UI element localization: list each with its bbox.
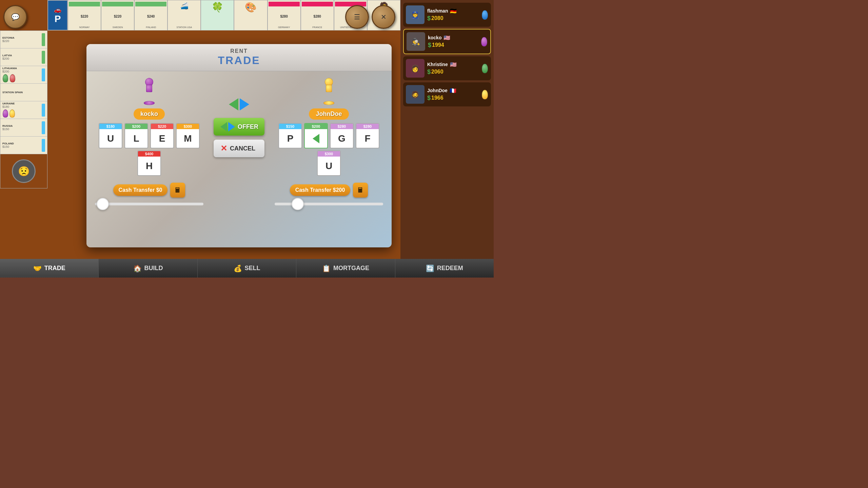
nav-trade[interactable]: 🤝 TRADE: [0, 259, 99, 278]
chat-icon: 💬: [11, 13, 20, 21]
left-slider-thumb[interactable]: [97, 198, 109, 210]
prop-price-f: $280: [356, 124, 379, 129]
prop-tile-e[interactable]: $220 E: [150, 123, 174, 148]
player-card-khristine[interactable]: 👩 Khristine 🇺🇸 $ 2060: [403, 56, 491, 80]
prop-tile-g[interactable]: $280 G: [330, 123, 354, 148]
left-slider-container: [93, 203, 205, 205]
prop-letter-arrow: [313, 129, 319, 148]
build-label: BUILD: [144, 265, 163, 272]
prop-price-p: $150: [279, 124, 301, 129]
station-icon: 🚄: [180, 2, 189, 10]
prop-name: SWEDEN: [113, 26, 123, 29]
left-cash-transfer: Cash Transfer $0 🖩: [113, 183, 185, 198]
left-cash-amount: $0: [156, 187, 162, 193]
prop-tile-h[interactable]: $400 H: [137, 150, 161, 176]
left-cell-latvia: LATVIA $200: [0, 48, 47, 66]
nav-mortgage[interactable]: 📋 MORTGAGE: [296, 259, 395, 278]
player-info-flashman: flashman 🇩🇪 $ 2080: [427, 8, 479, 22]
prop-price-h: $400: [138, 151, 160, 157]
right-pawn-base: [323, 101, 334, 105]
prop-tile-p[interactable]: $150 P: [278, 123, 302, 148]
piece-johndoe: [482, 90, 488, 99]
money-flashman: $ 2080: [427, 15, 479, 22]
avatar-kocko: 🕵️: [407, 32, 425, 51]
top-right-buttons: ☰ ✕: [345, 5, 395, 29]
parking-cell: 🚗 P: [47, 0, 68, 30]
modal-body: kocko $180 U $200 L $220 E $300 M: [86, 71, 392, 244]
prop-letter-u: U: [107, 129, 114, 148]
prop-letter-f: F: [364, 129, 370, 148]
prop-tile-arrow[interactable]: $200: [304, 123, 328, 148]
prop-tile-f[interactable]: $280 F: [356, 123, 379, 148]
menu-button[interactable]: ☰: [345, 5, 369, 29]
trade-icon: 🤝: [33, 264, 42, 272]
cancel-label: CANCEL: [230, 145, 255, 152]
prop-price-l: $200: [125, 124, 147, 129]
left-board-strip: ESTONIA $220 LATVIA $200 LITHUANIA $200: [0, 30, 47, 188]
prop-price-e: $220: [151, 124, 173, 129]
left-property-tiles: $180 U $200 L $220 E $300 M $400: [98, 123, 200, 176]
piece-kocko: [481, 37, 487, 46]
prop-letter-m: M: [184, 129, 192, 148]
prop-france: $280 FRANCE: [301, 0, 334, 30]
offer-arrow-right: [228, 122, 235, 131]
left-cash-btn[interactable]: Cash Transfer $0: [113, 184, 168, 196]
prop-color-bar: [69, 2, 100, 6]
name-khristine: Khristine: [427, 62, 448, 67]
sell-label: SELL: [245, 265, 260, 272]
prop-sweden: $220 SWEDEN: [101, 0, 134, 30]
money-kocko: $ 1994: [428, 42, 478, 49]
right-cash-btn[interactable]: Cash Transfer $200: [290, 184, 351, 196]
flag-khristine: 🇺🇸: [450, 61, 457, 68]
arrow-right-icon: [240, 98, 249, 110]
color-stripe: [42, 104, 45, 117]
right-player-section: JohnDoe $150 P $200 $280 G: [273, 78, 385, 237]
player-card-flashman[interactable]: 👮 flashman 🇩🇪 $ 2080: [403, 3, 491, 27]
prop-clover: 🍀: [201, 0, 234, 30]
prop-color-bar: [102, 2, 133, 6]
prop-price: $220: [114, 15, 121, 18]
nav-build[interactable]: 🏠 BUILD: [99, 259, 197, 278]
left-cell-station-spain: STATION SPAIN: [0, 84, 47, 101]
prop-letter-e: E: [159, 129, 165, 148]
left-calc-btn[interactable]: 🖩: [170, 183, 185, 198]
nav-sell[interactable]: 💰 SELL: [198, 259, 296, 278]
prop-tile-m[interactable]: $300 M: [176, 123, 200, 148]
right-slider-track[interactable]: [275, 203, 383, 205]
prop-name: NORWAY: [79, 26, 90, 29]
build-icon: 🏠: [133, 264, 142, 272]
prop-finland: $240 FINLAND: [134, 0, 167, 30]
middle-section: OFFER ✕ CANCEL: [212, 78, 266, 237]
prop-price-u: $180: [99, 124, 122, 129]
cancel-x-icon: ✕: [220, 144, 227, 153]
money-johndoe: $ 1966: [427, 95, 479, 102]
prop-tile-u2[interactable]: $300 U: [317, 150, 341, 176]
parking-p-icon: P: [55, 14, 61, 24]
top-left-buttons: 💬: [3, 5, 27, 29]
pawn-base: [144, 101, 155, 105]
right-slider-thumb[interactable]: [292, 198, 304, 210]
right-calc-btn[interactable]: 🖩: [353, 183, 368, 198]
prop-tile-u[interactable]: $180 U: [99, 123, 122, 148]
trade-modal: RENT TRADE kocko $180 U $200: [86, 44, 392, 247]
player-card-kocko[interactable]: 🕵️ kocko 🇺🇸 $ 1994: [403, 29, 491, 54]
player-card-johndoe[interactable]: 🧔 JohnDoe 🇫🇷 $ 1966: [403, 82, 491, 106]
offer-button[interactable]: OFFER: [214, 118, 264, 136]
close-button[interactable]: ✕: [372, 5, 395, 29]
left-cash-label: Cash Transfer: [119, 187, 156, 193]
offer-arrows: [220, 122, 235, 131]
prop-price: $280: [314, 15, 321, 18]
pawn-body: [146, 85, 152, 92]
prop-tile-l[interactable]: $200 L: [124, 123, 148, 148]
nav-redeem[interactable]: 🔄 REDEEM: [395, 259, 494, 278]
close-icon: ✕: [381, 13, 387, 21]
money-khristine: $ 2060: [427, 68, 479, 76]
left-cell-lithuania: LITHUANIA $200: [0, 66, 47, 84]
left-cell-estonia: ESTONIA $220: [0, 31, 47, 48]
modal-header: RENT TRADE: [86, 44, 392, 71]
chat-button[interactable]: 💬: [3, 5, 27, 29]
cancel-button[interactable]: ✕ CANCEL: [214, 140, 264, 157]
player-info-johndoe: JohnDoe 🇫🇷 $ 1966: [427, 87, 479, 102]
left-slider-track[interactable]: [95, 203, 203, 205]
prop-price: $220: [81, 15, 88, 18]
